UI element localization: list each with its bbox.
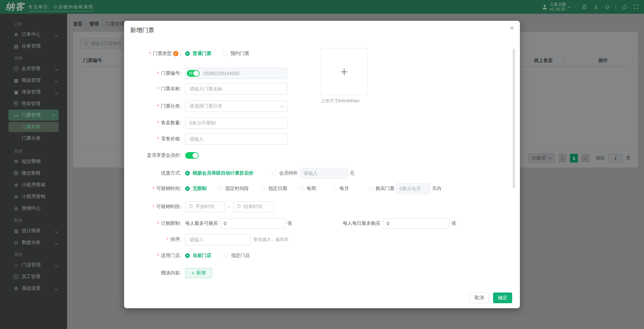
ticket-type-label: 门票类型	[153, 51, 172, 57]
radio-specified-date[interactable]	[261, 186, 266, 191]
row-sort: * 排序: 数值越大，越靠前	[138, 234, 510, 245]
auto-number-toggle[interactable]: 自动	[187, 70, 200, 77]
yuan-unit: 元	[350, 170, 355, 176]
per-day-unit: 张	[451, 220, 456, 226]
radio-monthly[interactable]	[332, 186, 337, 191]
row-verify-period: * 可核销时段: 开始时间 - 结束时间	[138, 201, 510, 212]
sale-qty-input[interactable]	[185, 117, 287, 129]
modal-scrollbar[interactable]	[513, 49, 515, 189]
discount-label: 优惠方式:	[161, 170, 181, 176]
ticket-category-select[interactable]: 请选择门票分类	[185, 101, 287, 112]
required-mark: *	[149, 51, 151, 56]
plus-icon: +	[192, 270, 194, 276]
row-purchase-limit: * 订购限制: 每人最多可购买 张 每人每日最多购买 张	[138, 218, 510, 229]
row-applicable-store: * 适用门店: 当前门店 指定门店	[138, 250, 510, 261]
radio-after-purchase-label[interactable]: 购买门票	[376, 186, 394, 192]
per-day-label: 每人每日最多购买	[343, 220, 380, 226]
upload-size-hint: 上传尺寸640x640px	[321, 98, 360, 104]
row-sale-qty: * 售卖数量:	[138, 117, 510, 129]
per-person-input[interactable]	[220, 218, 285, 229]
verify-time-label: 可核销时间:	[156, 186, 181, 192]
purchase-limit-label: 订购限制:	[161, 220, 181, 226]
cancel-button[interactable]: 取消	[470, 292, 489, 303]
applicable-store-label: 适用门店:	[161, 253, 181, 259]
chevron-down-icon	[280, 104, 284, 108]
member-price-label: 是否享受会员价:	[147, 152, 181, 158]
retail-price-input[interactable]	[185, 133, 287, 145]
add-gift-button[interactable]: + 新增	[185, 268, 212, 278]
radio-current-store[interactable]	[185, 253, 190, 258]
range-separator: -	[228, 204, 230, 209]
radio-specified-store[interactable]	[224, 253, 228, 258]
row-discount: 优惠方式: 根据会员等级自动计算折后价 会员特价 元	[138, 168, 510, 179]
radio-specified-date-label[interactable]: 指定日期	[268, 186, 287, 192]
gift-label: 赠送内容:	[161, 270, 181, 276]
per-person-label: 每人最多可购买	[185, 220, 218, 226]
days-input[interactable]	[396, 183, 430, 194]
row-gift-content: 赠送内容: + 新增	[138, 267, 510, 279]
radio-weekly-label[interactable]: 每周	[307, 186, 316, 192]
end-time-input[interactable]: 结束时间	[233, 201, 274, 212]
ticket-no-label: 门票编号:	[161, 70, 181, 76]
retail-price-label: 零售价格:	[161, 136, 181, 142]
radio-unlimited-label[interactable]: 无限制	[193, 186, 207, 192]
ticket-category-label: 门票分类:	[161, 103, 181, 109]
radio-weekly[interactable]	[299, 186, 304, 191]
radio-reserve-ticket-label[interactable]: 预约门票	[230, 51, 249, 57]
ticket-name-input[interactable]	[185, 83, 287, 94]
sort-input[interactable]	[185, 234, 251, 245]
confirm-button[interactable]: 确定	[493, 292, 512, 303]
modal-title: 新增门票	[130, 26, 154, 34]
row-retail-price: * 零售价格:	[138, 133, 510, 145]
screen: 纳客 专注单店、小连锁的收银系统 儿童乐园 v1.16.15	[0, 0, 644, 329]
sale-qty-label: 售卖数量:	[161, 120, 181, 126]
row-verify-time: * 可核销时间: 无限制 固定时间段 指定日期 每周 每月 购买门票 天内	[138, 183, 510, 194]
row-member-price: 是否享受会员价:	[138, 150, 510, 161]
clock-icon	[237, 204, 241, 209]
radio-unlimited[interactable]	[185, 186, 190, 191]
verify-period-label: 可核销时段:	[156, 204, 181, 210]
radio-normal-ticket-label[interactable]: 普通门票	[193, 51, 211, 57]
close-icon[interactable]: ×	[510, 25, 514, 31]
radio-member-special-label[interactable]: 会员特价	[279, 170, 298, 176]
radio-current-store-label[interactable]: 当前门店	[193, 253, 211, 259]
sort-hint: 数值越大，越靠前	[254, 237, 288, 243]
ticket-no-input[interactable]	[185, 68, 287, 79]
member-price-toggle[interactable]	[185, 152, 199, 159]
sort-label: 排序:	[170, 237, 181, 243]
radio-normal-ticket[interactable]	[185, 51, 190, 56]
radio-monthly-label[interactable]: 每月	[339, 186, 349, 192]
radio-fixed-period[interactable]	[218, 186, 223, 191]
radio-fixed-period-label[interactable]: 固定时间段	[225, 186, 249, 192]
per-day-input[interactable]	[383, 218, 449, 229]
radio-auto-discount-label[interactable]: 根据会员等级自动计算折后价	[193, 170, 254, 176]
upload-plus-icon: +	[340, 65, 348, 79]
add-ticket-modal: 新增门票 × * 门票类型 i : 普通门票 预约门票 * 门票编号:	[124, 21, 520, 308]
radio-reserve-ticket[interactable]	[223, 51, 228, 56]
per-person-unit: 张	[287, 220, 292, 226]
clock-icon	[189, 204, 193, 209]
radio-member-special[interactable]	[272, 171, 276, 176]
ticket-name-label: 门票名称:	[161, 86, 181, 92]
radio-auto-discount[interactable]	[185, 171, 190, 176]
radio-after-purchase[interactable]	[368, 186, 373, 191]
member-special-input[interactable]	[300, 168, 348, 179]
info-icon[interactable]: i	[173, 51, 178, 56]
image-upload-box[interactable]: +	[321, 48, 368, 95]
days-unit: 天内	[432, 186, 441, 192]
start-time-input[interactable]: 开始时间	[185, 201, 225, 212]
radio-specified-store-label[interactable]: 指定门店	[231, 253, 250, 259]
